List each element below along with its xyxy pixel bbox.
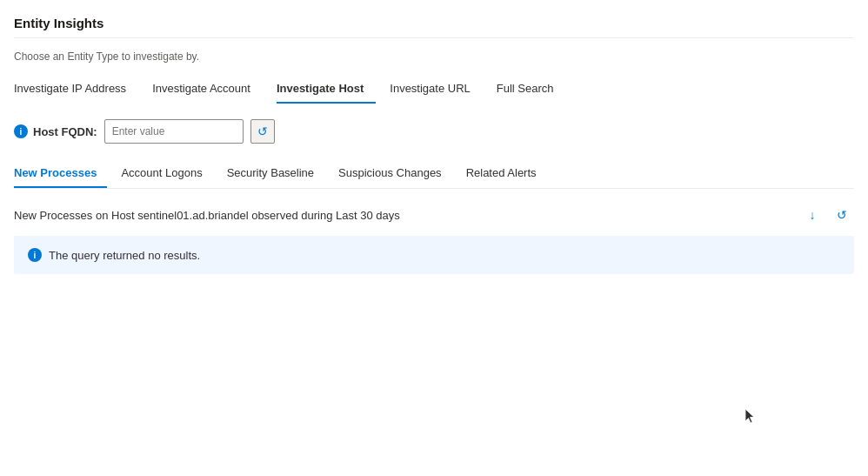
- tab-full-search[interactable]: Full Search: [497, 77, 566, 104]
- page-title: Entity Insights: [14, 16, 854, 30]
- reload-button[interactable]: ↺: [830, 203, 854, 227]
- tab-investigate-host[interactable]: Investigate Host: [277, 77, 376, 104]
- subtab-related-alerts[interactable]: Related Alerts: [466, 161, 547, 188]
- download-button[interactable]: ↓: [800, 203, 825, 227]
- subtab-suspicious-changes[interactable]: Suspicious Changes: [338, 161, 452, 188]
- sub-tabs: New Processes Account Logons Security Ba…: [14, 161, 854, 189]
- subtab-account-logons[interactable]: Account Logons: [121, 161, 212, 188]
- tab-investigate-ip[interactable]: Investigate IP Address: [14, 77, 138, 104]
- reload-icon: ↺: [837, 208, 847, 222]
- no-results-box: i The query returned no results.: [14, 236, 854, 274]
- page-container: Entity Insights Choose an Entity Type to…: [0, 0, 868, 288]
- field-info-icon: i: [14, 124, 28, 138]
- subtab-security-baseline[interactable]: Security Baseline: [227, 161, 324, 188]
- host-fqdn-label: Host FQDN:: [33, 125, 97, 138]
- results-actions: ↓ ↺: [800, 203, 854, 227]
- no-results-info-icon: i: [28, 248, 42, 262]
- input-row: i Host FQDN: ↺: [14, 119, 854, 144]
- refresh-button[interactable]: ↺: [250, 119, 275, 144]
- results-header: New Processes on Host sentinel01.ad.bria…: [14, 203, 854, 227]
- results-title: New Processes on Host sentinel01.ad.bria…: [14, 209, 400, 222]
- refresh-icon: ↺: [257, 124, 268, 138]
- host-fqdn-input[interactable]: [104, 119, 244, 144]
- top-divider: [14, 37, 854, 38]
- download-icon: ↓: [810, 208, 816, 222]
- subtab-new-processes[interactable]: New Processes: [14, 161, 107, 188]
- tab-investigate-account[interactable]: Investigate Account: [152, 77, 263, 104]
- tab-investigate-url[interactable]: Investigate URL: [390, 77, 483, 104]
- cursor: [744, 408, 755, 424]
- no-results-text: The query returned no results.: [49, 249, 200, 262]
- subtitle: Choose an Entity Type to investigate by.: [14, 50, 854, 63]
- nav-tabs: Investigate IP Address Investigate Accou…: [14, 77, 854, 104]
- label-group: i Host FQDN:: [14, 124, 97, 138]
